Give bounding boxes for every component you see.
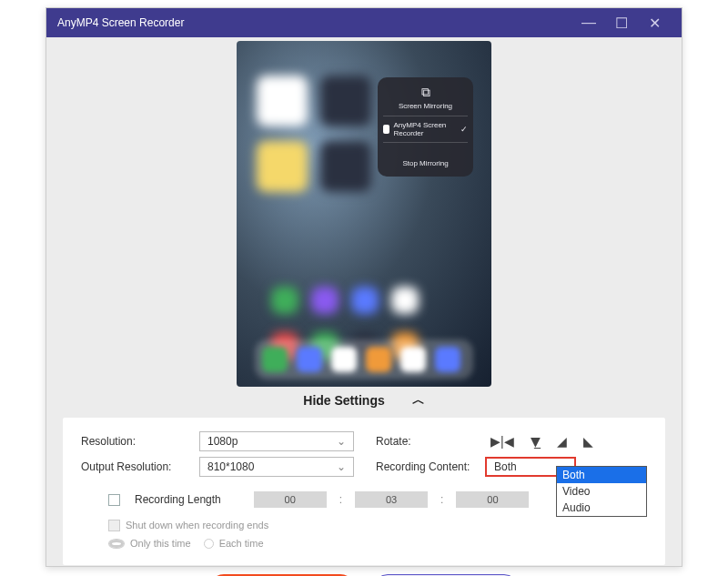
recording-content-label: Recording Content: (376, 460, 476, 473)
titlebar: AnyMP4 Screen Recorder ― ☐ ✕ (46, 8, 682, 37)
hide-settings-label: Hide Settings (303, 393, 384, 408)
app-window: AnyMP4 Screen Recorder ― ☐ ✕ (46, 7, 682, 567)
chevron-down-icon: ⌄ (337, 435, 346, 448)
only-this-time-radio[interactable] (108, 539, 125, 549)
mirroring-title: Screen Mirroring (383, 102, 468, 110)
recording-length-checkbox[interactable] (108, 494, 120, 506)
shutdown-checkbox[interactable] (108, 520, 120, 531)
close-button[interactable]: ✕ (638, 15, 671, 32)
time-minutes[interactable] (355, 491, 428, 508)
output-resolution-label: Output Resolution: (81, 460, 190, 473)
resolution-label: Resolution: (81, 435, 190, 448)
time-seconds[interactable] (456, 491, 529, 508)
mirroring-icon: ⧉ (383, 85, 468, 100)
check-icon: ✓ (460, 125, 468, 134)
resolution-select[interactable]: 1080p ⌄ (199, 431, 354, 451)
screen-mirroring-panel: ⧉ Screen Mirroring AnyMP4 Screen Recorde… (378, 77, 473, 177)
device-icon (383, 125, 389, 134)
mirroring-device-item[interactable]: AnyMP4 Screen Recorder ✓ (383, 116, 468, 143)
output-resolution-select[interactable]: 810*1080 ⌄ (199, 457, 354, 477)
shutdown-label: Shut down when recording ends (126, 520, 268, 531)
rotate-left-icon[interactable]: ◢ (557, 434, 567, 449)
maximize-button[interactable]: ☐ (605, 15, 638, 32)
option-both[interactable]: Both (557, 467, 646, 483)
time-hours[interactable] (254, 491, 327, 508)
phone-preview: ⧉ Screen Mirroring AnyMP4 Screen Recorde… (237, 41, 491, 387)
chevron-down-icon: ⌄ (337, 460, 346, 473)
only-this-time-label: Only this time (130, 538, 191, 549)
app-title: AnyMP4 Screen Recorder (57, 16, 572, 29)
flip-vertical-icon[interactable]: ▼̲ (531, 434, 541, 449)
chevron-up-icon: ︿ (412, 392, 425, 409)
recording-content-dropdown: Both Video Audio (556, 466, 647, 517)
each-time-label: Each time (219, 538, 264, 549)
each-time-radio[interactable] (204, 539, 214, 549)
device-name: AnyMP4 Screen Recorder (393, 121, 457, 137)
stop-mirroring-button[interactable]: Stop Mirroring (383, 159, 468, 167)
rotate-label: Rotate: (376, 435, 476, 448)
hide-settings-toggle[interactable]: Hide Settings ︿ (46, 387, 682, 414)
option-audio[interactable]: Audio (557, 500, 646, 516)
flip-horizontal-icon[interactable]: ▶|◀ (490, 434, 514, 449)
minimize-button[interactable]: ― (572, 15, 605, 31)
rotate-right-icon[interactable]: ◣ (583, 434, 593, 449)
settings-panel: Resolution: 1080p ⌄ Rotate: ▶|◀ ▼̲ ◢ ◣ O… (63, 418, 665, 565)
recording-length-label: Recording Length (135, 493, 221, 506)
option-video[interactable]: Video (557, 483, 646, 500)
